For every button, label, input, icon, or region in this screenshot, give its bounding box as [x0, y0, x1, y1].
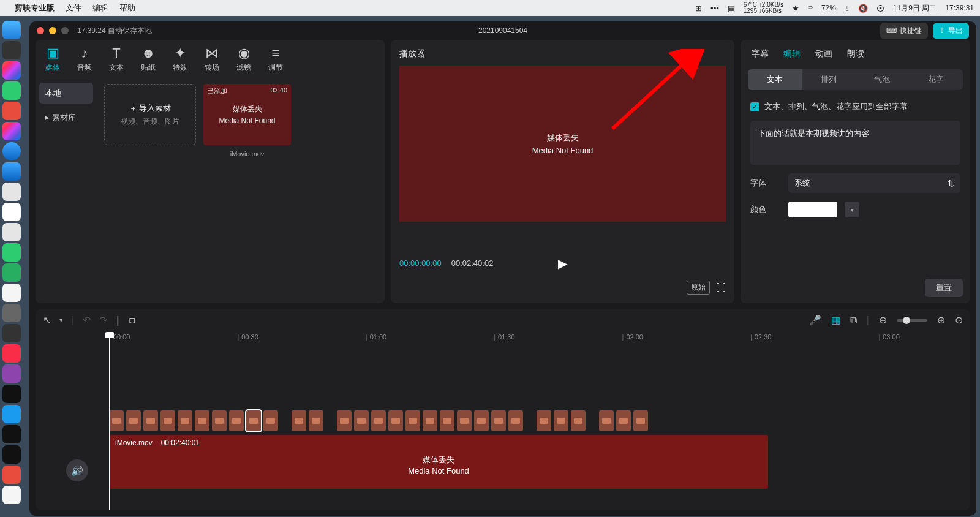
tab-filter[interactable]: ◉滤镜 [236, 46, 251, 73]
video-clip[interactable]: iMovie.mov 00:02:40:01 媒体丢失 Media Not Fo… [109, 435, 768, 489]
dock-app-icon[interactable] [2, 102, 21, 120]
timeline-body[interactable]: 00:00 00:30 01:00 01:30 02:00 02:30 03:0… [36, 331, 970, 510]
subtitle-clip[interactable] [508, 410, 523, 431]
dock-app-icon[interactable] [2, 324, 21, 342]
minimize-icon[interactable] [49, 27, 56, 34]
menu-edit[interactable]: 编辑 [92, 2, 108, 13]
dock-app-icon[interactable] [2, 284, 21, 302]
tab-animation[interactable]: 动画 [815, 48, 832, 59]
subtitle-clip[interactable] [143, 410, 158, 431]
tab-media[interactable]: ▣媒体 [45, 46, 60, 73]
subtitle-clip[interactable] [229, 410, 244, 431]
reset-button[interactable]: 重置 [925, 279, 963, 297]
sidebar-item-local[interactable]: 本地 [39, 83, 93, 104]
subtitle-clip[interactable] [292, 410, 306, 431]
dock-podcasts-icon[interactable] [2, 364, 21, 383]
subtitle-clip[interactable] [178, 410, 192, 431]
subtab-text[interactable]: 文本 [748, 69, 802, 90]
menu-help[interactable]: 帮助 [119, 2, 135, 13]
app-name[interactable]: 剪映专业版 [15, 2, 55, 13]
zoom-slider[interactable] [897, 319, 927, 322]
dock-calendar-icon[interactable] [2, 203, 21, 221]
subtitle-clip[interactable] [599, 410, 614, 431]
menubar-time[interactable]: 17:39:31 [945, 4, 974, 12]
dock-terminal-icon[interactable] [2, 425, 21, 443]
dock-settings-icon[interactable] [2, 304, 21, 322]
timeline-ruler[interactable]: 00:00 00:30 01:00 01:30 02:00 02:30 03:0… [109, 333, 964, 344]
subtitle-clip[interactable] [537, 410, 551, 431]
dock-safari-icon[interactable] [2, 142, 21, 160]
dock-mail-icon[interactable] [2, 162, 21, 181]
menu-file[interactable]: 文件 [66, 2, 81, 13]
subtitle-clip[interactable] [633, 410, 648, 431]
control-center-icon[interactable]: ⦿ [876, 4, 884, 13]
dock-notes-icon[interactable] [2, 183, 21, 201]
tab-transition[interactable]: ⋈转场 [205, 46, 219, 73]
subtab-arrange[interactable]: 排列 [802, 69, 856, 90]
subtab-bubble[interactable]: 气泡 [856, 69, 910, 90]
subtitle-clip[interactable] [212, 410, 227, 431]
redo-icon[interactable]: ↷ [99, 314, 107, 326]
close-icon[interactable] [37, 27, 44, 34]
tab-subtitle[interactable]: 字幕 [752, 48, 769, 59]
subtitle-clip-selected[interactable] [246, 410, 261, 431]
dock-facetime-icon[interactable] [2, 263, 21, 282]
subtitle-clip[interactable] [423, 410, 437, 431]
cursor-tool-icon[interactable]: ↖ [43, 314, 51, 326]
dock-app-icon[interactable] [2, 122, 21, 140]
media-item[interactable]: 已添加02:40 媒体丢失 Media Not Found iMovie.mov [203, 84, 291, 157]
undo-icon[interactable]: ↶ [83, 314, 91, 326]
subtitle-clip[interactable] [405, 410, 420, 431]
dock-appstore-icon[interactable] [2, 405, 21, 423]
color-swatch[interactable] [788, 202, 837, 217]
export-button[interactable]: ⇧导出 [933, 23, 969, 39]
zoom-out-icon[interactable]: ⊖ [879, 314, 887, 326]
subtitle-clip[interactable] [491, 410, 506, 431]
dock-app-icon[interactable] [2, 466, 21, 484]
subtitle-clip[interactable] [457, 410, 472, 431]
subtitle-clip[interactable] [554, 410, 568, 431]
star-icon[interactable]: ★ [792, 4, 799, 13]
subtitle-clip[interactable] [354, 410, 369, 431]
apply-all-checkbox[interactable]: ✓ 文本、排列、气泡、花字应用到全部字幕 [750, 101, 960, 112]
mic-icon[interactable]: 🎤 [809, 314, 821, 326]
sidebar-item-library[interactable]: ▸ 素材库 [39, 107, 93, 128]
playhead[interactable] [109, 333, 110, 510]
subtitle-clip[interactable] [474, 410, 489, 431]
tab-effects[interactable]: ✦特效 [173, 46, 187, 73]
aspect-ratio-button[interactable]: 原始 [687, 281, 710, 295]
player-viewport[interactable]: 媒体丢失 Media Not Found [399, 66, 726, 222]
mute-icon[interactable]: 🔇 [858, 4, 868, 13]
subtitle-clip[interactable] [440, 410, 454, 431]
tab-audio[interactable]: ♪音频 [77, 46, 92, 73]
display-icon[interactable]: ▤ [728, 4, 735, 13]
dock-app-icon[interactable] [2, 445, 21, 464]
import-media-button[interactable]: ＋ 导入素材 视频、音频、图片 [104, 84, 196, 145]
subtitle-clip[interactable] [309, 410, 323, 431]
grid-icon[interactable]: ⊞ [695, 4, 702, 13]
dock-music-icon[interactable] [2, 344, 21, 363]
menubar-date[interactable]: 11月9日 周二 [893, 3, 937, 13]
fullscreen-icon[interactable]: ⛶ [716, 282, 726, 293]
subtitle-clip[interactable] [388, 410, 403, 431]
tab-adjust[interactable]: ≡调节 [268, 46, 283, 73]
magnet-icon[interactable]: ▦ [831, 314, 840, 326]
tab-text[interactable]: T文本 [109, 46, 124, 73]
subtitle-textarea[interactable]: 下面的话就是本期视频讲的内容 [750, 121, 960, 165]
subtitle-clip[interactable] [371, 410, 386, 431]
subtitle-clip[interactable] [195, 410, 209, 431]
dock-finder-icon[interactable] [2, 21, 21, 39]
subtab-fancy[interactable]: 花字 [909, 69, 963, 90]
zoom-in-icon[interactable]: ⊕ [937, 314, 945, 326]
maximize-icon[interactable] [61, 27, 69, 34]
subtitle-clip[interactable] [616, 410, 631, 431]
link-icon[interactable]: ⧉ [850, 315, 857, 326]
color-dropdown[interactable]: ▾ [845, 202, 859, 217]
tab-edit[interactable]: 编辑 [783, 48, 801, 59]
dock-reminders-icon[interactable] [2, 223, 21, 241]
wifi-icon[interactable]: ⌔ [808, 4, 813, 13]
dots-icon[interactable]: ••• [710, 4, 719, 13]
tab-sticker[interactable]: ☻贴纸 [141, 46, 156, 73]
dock-app-icon[interactable] [2, 486, 21, 504]
dock-tv-icon[interactable] [2, 385, 21, 403]
